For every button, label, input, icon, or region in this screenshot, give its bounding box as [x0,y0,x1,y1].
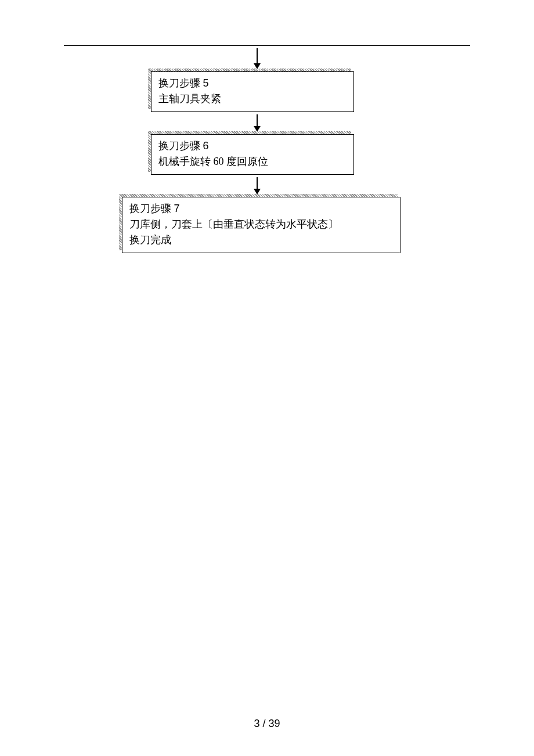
step-body-2: 换刀完成 [129,232,393,248]
page-number: 3 / 39 [0,718,534,730]
step-title: 换刀步骤 5 [158,75,347,91]
step-body: 刀库侧，刀套上〔由垂直状态转为水平状态〕 [129,217,393,232]
step-body: 机械手旋转 60 度回原位 [158,154,347,170]
flowchart-node: 换刀步骤 5 主轴刀具夹紧 [151,71,354,112]
step-title: 换刀步骤 7 [129,201,393,217]
header-divider [64,45,470,46]
arrow-down-icon [151,114,441,132]
flowchart-node: 换刀步骤 7 刀库侧，刀套上〔由垂直状态转为水平状态〕 换刀完成 [122,197,400,253]
flowchart: 换刀步骤 5 主轴刀具夹紧 换刀步骤 6 机械手旋转 60 度回原位 换刀步 [151,48,441,255]
flowchart-node: 换刀步骤 6 机械手旋转 60 度回原位 [151,134,354,175]
step-body: 主轴刀具夹紧 [158,91,347,107]
arrow-down-icon [151,48,441,69]
step-title: 换刀步骤 6 [158,138,347,154]
arrow-down-icon [151,177,441,195]
